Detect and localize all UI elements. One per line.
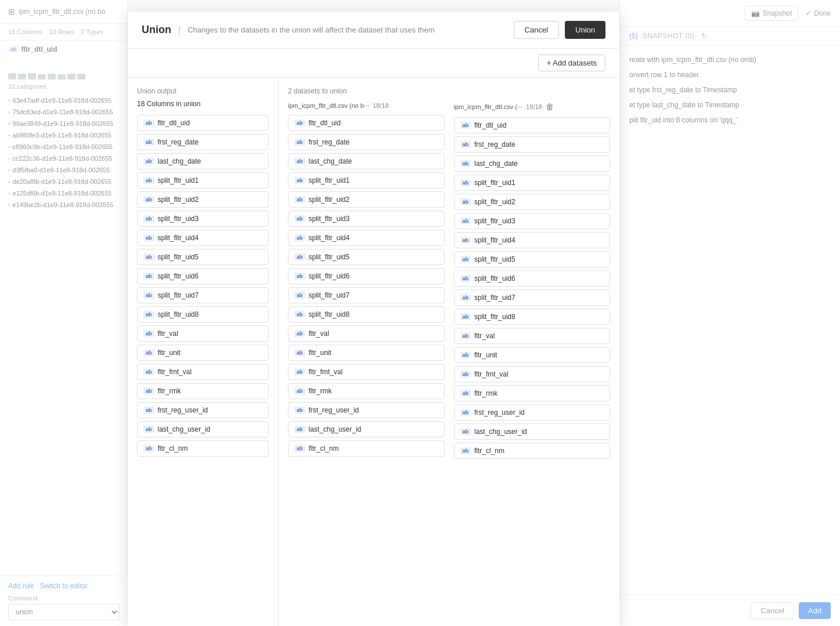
type-badge: ab <box>294 196 305 203</box>
type-badge: ab <box>460 160 471 167</box>
dataset-column-item: abfltr_val <box>454 328 611 344</box>
union-column-item: absplit_fltr_uid4 <box>137 230 269 246</box>
dataset-count: 18/18 <box>373 102 389 109</box>
datasets-header: 2 datasets to union <box>288 87 610 95</box>
modal-header: Union | Changes to the datasets in the u… <box>128 12 619 49</box>
union-output-header: Union output <box>137 87 269 95</box>
modal-title: Union <box>142 24 171 36</box>
dataset-column-item: absplit_fltr_uid5 <box>288 249 445 265</box>
modal-divider: | <box>178 25 181 35</box>
union-column-item: absplit_fltr_uid8 <box>137 306 269 323</box>
dataset-column-item: abfrst_reg_date <box>288 134 445 150</box>
type-badge: ab <box>143 368 154 375</box>
type-badge: ab <box>294 368 305 375</box>
type-badge: ab <box>460 390 471 397</box>
union-column-item: abfrst_reg_date <box>137 134 269 150</box>
type-badge: ab <box>294 273 305 280</box>
type-badge: ab <box>460 198 471 205</box>
type-badge: ab <box>294 349 305 356</box>
type-badge: ab <box>294 234 305 241</box>
union-column-item: abfrst_reg_user_id <box>137 402 269 418</box>
dataset-column-item: absplit_fltr_uid3 <box>288 211 445 227</box>
union-modal: Union | Changes to the datasets in the u… <box>128 12 619 626</box>
type-badge: ab <box>143 407 154 414</box>
union-output-columns: abfltr_dtl_uidabfrst_reg_dateablast_chg_… <box>137 115 269 457</box>
type-badge: ab <box>460 237 471 244</box>
modal-header-actions: Cancel Union <box>514 21 605 39</box>
type-badge: ab <box>294 120 305 126</box>
type-badge: ab <box>294 158 305 165</box>
type-badge: ab <box>143 139 154 146</box>
type-badge: ab <box>143 177 154 184</box>
dataset-column-item: ablast_chg_date <box>454 155 611 172</box>
type-badge: ab <box>294 139 305 146</box>
dataset-column-item: absplit_fltr_uid1 <box>454 175 611 191</box>
type-badge: ab <box>294 388 305 395</box>
dataset-column-item: abfltr_val <box>288 325 445 342</box>
datasets-columns: ipm_icpm_fltr_dtl.csv (no b···18/18abflt… <box>288 102 610 462</box>
type-badge: ab <box>460 428 471 435</box>
union-column-item: absplit_fltr_uid3 <box>137 211 269 227</box>
type-badge: ab <box>460 332 471 339</box>
type-badge: ab <box>143 273 154 280</box>
union-column-item: abfltr_unit <box>137 345 269 361</box>
union-column-item: ablast_chg_user_id <box>137 421 269 437</box>
modal-subtitle: Changes to the datasets in the union wil… <box>188 26 434 34</box>
dataset-col-header: ipm_icpm_fltr_dtl.csv (no b···18/18 <box>288 102 445 109</box>
union-output-count: 18 Columns in union <box>137 100 269 108</box>
delete-icon[interactable]: 🗑 <box>546 102 554 111</box>
dataset-column-item: absplit_fltr_uid7 <box>288 287 445 303</box>
type-badge: ab <box>294 426 305 433</box>
type-badge: ab <box>143 196 154 203</box>
type-badge: ab <box>460 352 471 359</box>
modal-union-button[interactable]: Union <box>565 21 605 39</box>
type-badge: ab <box>143 120 154 126</box>
type-badge: ab <box>143 330 154 337</box>
dataset-column-item: abfltr_dtl_uid <box>454 117 611 133</box>
dataset-column-item: abfrst_reg_user_id <box>288 402 445 418</box>
dataset-column-item: absplit_fltr_uid6 <box>454 270 611 287</box>
dataset-column-item: abfltr_dtl_uid <box>288 115 445 131</box>
union-column-item: absplit_fltr_uid1 <box>137 172 269 189</box>
dataset-count: 18/18 <box>526 103 542 110</box>
type-badge: ab <box>143 254 154 260</box>
dataset-column-item: abfltr_fmt_val <box>454 366 611 382</box>
dataset-name: ipm_icpm_fltr_dtl.csv (no b··· <box>288 102 369 109</box>
dataset-name: ipm_icpm_fltr_dtl.csv (··· <box>454 103 523 110</box>
type-badge: ab <box>294 215 305 222</box>
type-badge: ab <box>143 292 154 299</box>
dataset-column-1: ipm_icpm_fltr_dtl.csv (···18/18🗑abfltr_d… <box>454 102 611 462</box>
dataset-column-item: absplit_fltr_uid3 <box>454 213 611 229</box>
add-datasets-button[interactable]: + Add datasets <box>538 55 605 71</box>
dataset-column-item: ablast_chg_user_id <box>288 421 445 437</box>
dataset-column-item: absplit_fltr_uid8 <box>288 306 445 323</box>
type-badge: ab <box>143 234 154 241</box>
dataset-col-header: ipm_icpm_fltr_dtl.csv (···18/18🗑 <box>454 102 611 111</box>
dataset-column-item: abfltr_cl_nm <box>288 440 445 457</box>
dataset-column-item: absplit_fltr_uid2 <box>288 191 445 208</box>
modal-toolbar: + Add datasets <box>128 49 619 78</box>
type-badge: ab <box>460 218 471 225</box>
type-badge: ab <box>143 349 154 356</box>
modal-cancel-button[interactable]: Cancel <box>514 21 559 39</box>
type-badge: ab <box>143 445 154 452</box>
type-badge: ab <box>460 275 471 282</box>
type-badge: ab <box>143 215 154 222</box>
dataset-column-item: ablast_chg_date <box>288 153 445 169</box>
dataset-column-item: abfltr_rmk <box>288 383 445 399</box>
type-badge: ab <box>294 407 305 414</box>
type-badge: ab <box>143 426 154 433</box>
dataset-column-item: absplit_fltr_uid4 <box>454 232 611 248</box>
union-column-item: absplit_fltr_uid2 <box>137 191 269 208</box>
dataset-column-item: abfltr_unit <box>288 345 445 361</box>
type-badge: ab <box>460 256 471 263</box>
dataset-column-item: absplit_fltr_uid5 <box>454 251 611 267</box>
type-badge: ab <box>460 313 471 320</box>
dataset-column-item: absplit_fltr_uid2 <box>454 194 611 210</box>
union-column-item: abfltr_dtl_uid <box>137 115 269 131</box>
dataset-column-item: absplit_fltr_uid7 <box>454 290 611 306</box>
type-badge: ab <box>460 294 471 301</box>
dataset-column-item: abfrst_reg_user_id <box>454 404 611 421</box>
type-badge: ab <box>460 371 471 378</box>
type-badge: ab <box>294 445 305 452</box>
